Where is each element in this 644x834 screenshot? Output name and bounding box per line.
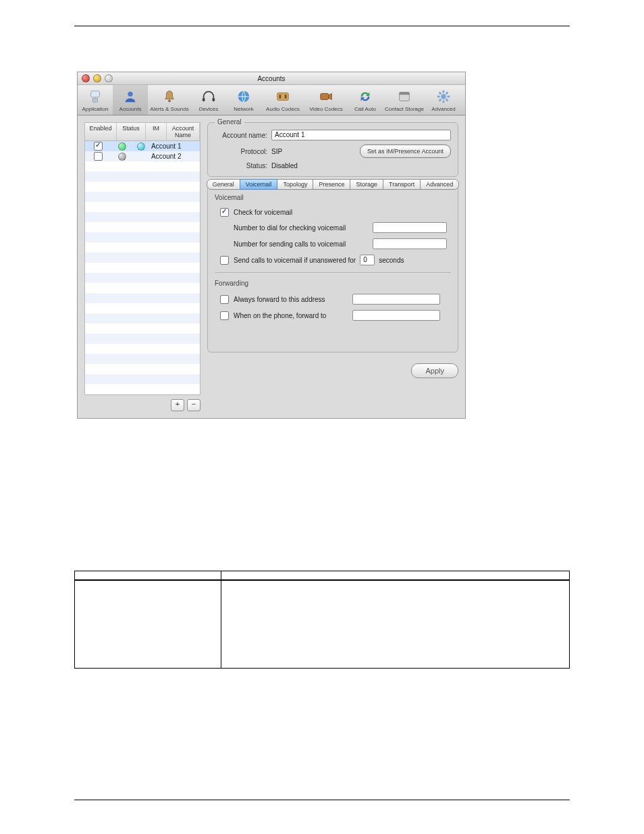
toolbar-contact-storage[interactable]: Contact Storage (383, 85, 426, 115)
toolbar-devices[interactable]: Devices (191, 85, 226, 115)
set-im-presence-button[interactable]: Set as IM/Presence Account (360, 145, 451, 158)
svg-line-21 (439, 99, 441, 101)
accounts-list: Account 1 Account 2 (84, 140, 200, 395)
svg-point-3 (168, 99, 171, 102)
status-indicator-icon (118, 153, 126, 161)
toolbar-label: Video Codecs (309, 106, 343, 112)
tab-storage[interactable]: Storage (350, 179, 383, 190)
general-groupbox: General Account name: Account 1 Protocol… (207, 122, 458, 177)
svg-rect-8 (279, 95, 281, 99)
always-forward-checkbox[interactable] (220, 295, 229, 304)
unanswered-label-post: seconds (379, 257, 404, 264)
toolbar-call-auto[interactable]: Call Auto (348, 85, 383, 115)
toolbar-alerts-sounds[interactable]: Alerts & Sounds (148, 85, 191, 115)
status-label: Status: (215, 162, 271, 170)
toolbar-application[interactable]: Application (78, 85, 113, 115)
general-title: General (215, 118, 244, 126)
busy-forward-checkbox[interactable] (220, 311, 229, 320)
account-name-label: Account name: (215, 132, 271, 139)
tab-voicemail[interactable]: Voicemail (240, 179, 278, 190)
detail-tabs: General Voicemail Topology Presence Stor… (213, 179, 452, 190)
dial-number-input[interactable] (373, 222, 447, 233)
toolbar-video-codecs[interactable]: Video Codecs (304, 85, 348, 115)
unanswered-seconds-input[interactable]: 0 (360, 255, 375, 265)
svg-line-20 (446, 99, 448, 101)
protocol-label: Protocol: (215, 148, 271, 155)
toolbar-label: Accounts (119, 106, 142, 112)
enabled-checkbox[interactable] (94, 142, 103, 151)
minimize-icon[interactable] (93, 74, 101, 82)
check-for-voicemail-label: Check for voicemail (234, 209, 292, 216)
preferences-window: Accounts Application Accounts Alerts & S… (77, 72, 466, 419)
tab-advanced[interactable]: Advanced (420, 179, 459, 190)
dial-number-label: Number to dial for checking voicemail (234, 224, 369, 232)
tab-transport[interactable]: Transport (383, 179, 421, 190)
toolbar-advanced[interactable]: Advanced (426, 85, 461, 115)
send-number-input[interactable] (373, 238, 447, 249)
tab-topology[interactable]: Topology (277, 179, 313, 190)
col-account-name[interactable]: Account Name (167, 123, 200, 140)
headset-icon (200, 88, 217, 105)
application-icon (87, 88, 103, 105)
check-for-voicemail-checkbox[interactable] (220, 208, 229, 217)
always-forward-label: Always forward to this address (234, 296, 348, 303)
toolbar-network[interactable]: Network (226, 85, 261, 115)
unanswered-checkbox[interactable] (220, 256, 229, 265)
account-name-cell: Account 1 (149, 142, 200, 150)
toolbar-label: Contact Storage (385, 106, 424, 112)
toolbar-label: Application (82, 106, 108, 112)
toolbar-label: Advanced (431, 106, 456, 112)
doc-field-table (74, 571, 570, 669)
account-row[interactable]: Account 2 (85, 151, 200, 161)
toolbar-label: Network (234, 106, 253, 112)
svg-rect-9 (285, 95, 287, 99)
enabled-checkbox[interactable] (94, 152, 103, 161)
svg-rect-1 (92, 98, 97, 102)
busy-forward-label: When on the phone, forward to (234, 312, 348, 319)
tab-presence[interactable]: Presence (313, 179, 350, 190)
toolbar-accounts[interactable]: Accounts (113, 85, 148, 115)
toolbar-audio-codecs[interactable]: Audio Codecs (261, 85, 304, 115)
svg-rect-7 (277, 93, 289, 100)
svg-rect-0 (91, 90, 100, 97)
storage-icon (396, 88, 412, 105)
svg-rect-13 (400, 92, 410, 95)
doc-table-header-desc (221, 571, 570, 581)
svg-rect-10 (321, 93, 329, 99)
detail-groupbox: General Voicemail Topology Presence Stor… (207, 184, 458, 353)
add-account-button[interactable]: + (171, 399, 184, 411)
busy-forward-input[interactable] (352, 310, 440, 321)
doc-table-cell (221, 580, 570, 668)
doc-table-header-field (75, 571, 221, 581)
remove-account-button[interactable]: − (187, 399, 200, 411)
close-icon[interactable] (82, 74, 90, 82)
svg-rect-4 (203, 97, 205, 101)
tab-general[interactable]: General (207, 179, 240, 190)
gear-icon (435, 88, 452, 105)
video-icon (318, 88, 334, 105)
audio-icon (275, 88, 291, 105)
window-title: Accounts (78, 75, 465, 82)
col-enabled[interactable]: Enabled (85, 123, 117, 140)
col-status[interactable]: Status (117, 123, 146, 140)
status-value: Disabled (271, 162, 451, 170)
accounts-list-header: Enabled Status IM Account Name (84, 122, 200, 140)
toolbar-label: Call Auto (354, 106, 376, 112)
apply-button[interactable]: Apply (411, 363, 458, 378)
refresh-icon (357, 88, 373, 105)
svg-line-22 (446, 92, 448, 94)
account-name-input[interactable]: Account 1 (271, 130, 451, 140)
globe-icon (236, 88, 252, 105)
toolbar: Application Accounts Alerts & Sounds Dev… (78, 85, 465, 115)
svg-point-14 (441, 94, 446, 99)
accounts-icon (122, 88, 138, 105)
send-number-label: Number for sending calls to voicemail (234, 240, 369, 248)
svg-line-19 (439, 92, 441, 94)
account-name-cell: Account 2 (149, 153, 200, 160)
always-forward-input[interactable] (352, 294, 440, 305)
col-im[interactable]: IM (146, 123, 167, 140)
svg-rect-5 (213, 97, 215, 101)
svg-marker-11 (329, 93, 332, 99)
zoom-icon[interactable] (105, 74, 113, 82)
account-row[interactable]: Account 1 (85, 141, 200, 151)
